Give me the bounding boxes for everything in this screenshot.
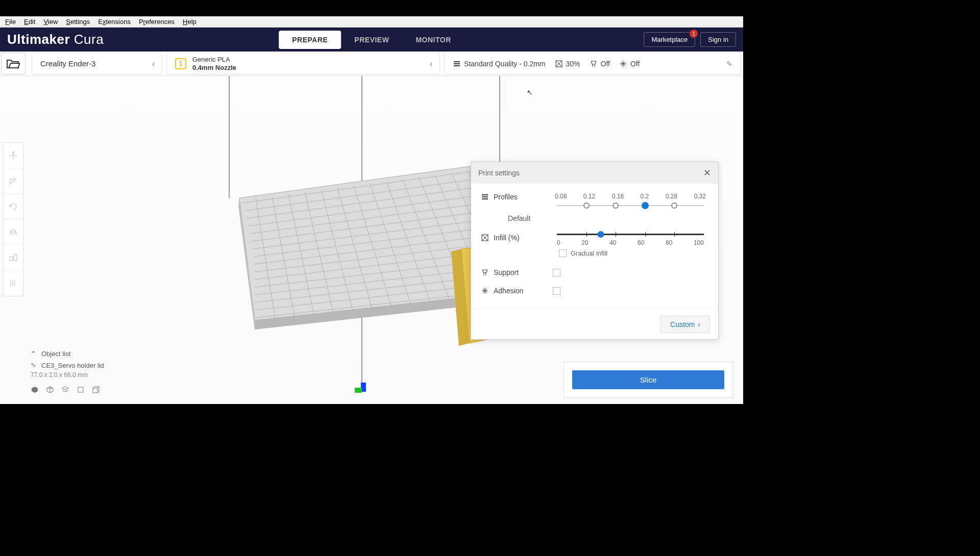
object-list-panel: ⌃ Object list ✎ CE3_Servo holder lid 77.… — [31, 350, 104, 394]
tool-rotate[interactable] — [4, 194, 23, 219]
layers-icon — [481, 193, 488, 200]
adhesion-checkbox[interactable] — [553, 287, 560, 295]
tab-prepare[interactable]: PREPARE — [279, 31, 341, 49]
pencil-icon: ✎ — [726, 60, 732, 68]
object-list-title: Object list — [41, 350, 70, 358]
support-icon — [481, 269, 488, 276]
menu-edit[interactable]: Edit — [20, 17, 39, 27]
signin-button[interactable]: Sign in — [700, 32, 736, 47]
menu-settings[interactable]: Settings — [62, 17, 94, 27]
object-dimensions: 77.0 x 2.0 x 66.0 mm — [31, 371, 104, 378]
svg-rect-62 — [482, 198, 488, 199]
profile-slider[interactable] — [557, 205, 704, 206]
menu-help[interactable]: Help — [179, 17, 201, 27]
object-name: CE3_Servo holder lid — [41, 362, 104, 369]
svg-rect-52 — [355, 388, 362, 393]
viewport[interactable]: ⌃ Object list ✎ CE3_Servo holder lid 77.… — [0, 76, 743, 404]
chevron-up-icon: ⌃ — [31, 350, 36, 358]
infill-icon — [555, 60, 563, 68]
infill-label: Infill (%) — [494, 234, 520, 242]
adhesion-icon — [619, 60, 627, 68]
sub-header: Creality Ender-3 ‹ 1 Generic PLA 0.4mm N… — [0, 52, 743, 76]
support-text: Off — [601, 60, 610, 68]
adhesion-text: Off — [630, 60, 640, 68]
chevron-right-icon: › — [698, 320, 700, 328]
svg-rect-2 — [454, 65, 460, 66]
print-settings-title: Print settings — [478, 169, 520, 177]
menu-file[interactable]: File — [1, 17, 20, 27]
print-settings-panel: Print settings ✕ Profiles 0.08 0.12 0.16… — [471, 162, 719, 340]
tool-move[interactable] — [4, 143, 23, 168]
custom-button[interactable]: Custom › — [660, 316, 710, 333]
tool-scale[interactable] — [4, 168, 23, 194]
support-checkbox[interactable] — [553, 269, 560, 276]
svg-rect-58 — [78, 387, 83, 392]
svg-rect-59 — [93, 388, 97, 393]
close-icon[interactable]: ✕ — [703, 167, 711, 179]
tab-preview[interactable]: PREVIEW — [341, 31, 402, 49]
object-list-toggle[interactable]: ⌃ Object list — [31, 350, 104, 358]
svg-rect-0 — [454, 61, 460, 62]
tool-per-model[interactable] — [4, 245, 23, 270]
view-xray-icon[interactable] — [46, 386, 54, 394]
object-list-item[interactable]: ✎ CE3_Servo holder lid — [31, 362, 104, 369]
view-layers-icon[interactable] — [61, 386, 69, 394]
menubar: File Edit View Settings Extensions Prefe… — [0, 16, 743, 28]
menu-extensions[interactable]: Extensions — [94, 17, 135, 27]
tab-monitor[interactable]: MONITOR — [402, 31, 464, 49]
material-selector[interactable]: 1 Generic PLA 0.4mm Nozzle ‹ — [166, 53, 440, 74]
marketplace-badge: 1 — [690, 30, 698, 38]
printer-selector[interactable]: Creality Ender-3 ‹ — [32, 53, 162, 74]
chevron-left-icon: ‹ — [430, 60, 432, 68]
svg-rect-1 — [454, 63, 460, 64]
app-logo: Ultimaker Cura — [7, 32, 104, 47]
menu-preferences[interactable]: Preferences — [135, 17, 179, 27]
support-label: Support — [494, 268, 519, 276]
open-file-button[interactable] — [1, 53, 26, 74]
extruder-badge: 1 — [175, 58, 186, 69]
tool-mirror[interactable] — [4, 219, 23, 245]
slice-panel: Slice — [564, 362, 733, 398]
infill-icon — [481, 234, 488, 241]
infill-percent-text: 30% — [566, 60, 580, 68]
tool-palette — [3, 142, 23, 296]
default-label: Default — [508, 214, 708, 222]
view-front-icon[interactable] — [77, 386, 85, 394]
svg-rect-60 — [482, 194, 488, 195]
gradual-infill-checkbox[interactable] — [559, 249, 567, 257]
quality-profile-text: Standard Quality - 0.2mm — [464, 60, 546, 68]
support-icon — [590, 60, 598, 68]
folder-icon — [7, 59, 20, 69]
layers-icon — [453, 60, 461, 68]
printer-name: Creality Ender-3 — [40, 59, 95, 68]
print-settings-selector[interactable]: Standard Quality - 0.2mm 30% Off Off ✎ — [444, 53, 741, 74]
svg-rect-54 — [14, 255, 17, 261]
adhesion-label: Adhesion — [494, 287, 523, 295]
view-iso-icon[interactable] — [92, 386, 100, 394]
svg-rect-53 — [10, 257, 13, 261]
adhesion-icon — [481, 287, 488, 294]
menu-view[interactable]: View — [39, 17, 62, 27]
slice-button[interactable]: Slice — [572, 370, 724, 389]
nozzle-size: 0.4mm Nozzle — [192, 64, 236, 72]
profiles-label: Profiles — [494, 193, 518, 201]
view-solid-icon[interactable] — [31, 386, 39, 394]
pencil-icon: ✎ — [31, 362, 36, 369]
material-name: Generic PLA — [192, 56, 236, 64]
gradual-infill-label: Gradual infill — [571, 249, 607, 257]
chevron-left-icon: ‹ — [152, 60, 155, 68]
app-header: Ultimaker Cura PREPARE PREVIEW MONITOR M… — [0, 28, 743, 52]
tool-support-blocker[interactable] — [4, 270, 23, 296]
svg-rect-61 — [482, 196, 488, 197]
infill-slider[interactable] — [557, 234, 704, 235]
marketplace-button[interactable]: Marketplace 1 — [644, 32, 695, 47]
